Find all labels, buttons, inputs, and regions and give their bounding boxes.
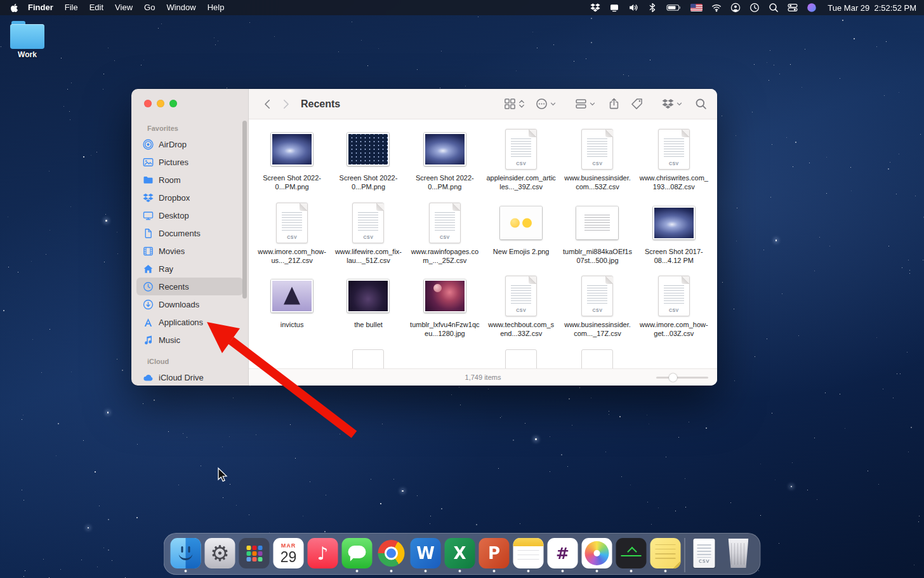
sidebar-item-label: Documents xyxy=(159,229,201,238)
dock-item-monitor[interactable] xyxy=(616,538,647,572)
tags-button[interactable] xyxy=(631,98,643,110)
more-options-button[interactable] xyxy=(536,98,556,110)
sidebar-item-movies[interactable]: Movies xyxy=(136,242,243,260)
file-item[interactable]: CSV www.techbout.com_send...33Z.csv xyxy=(483,275,559,339)
file-item-partial[interactable] xyxy=(483,349,559,368)
dock-item-photos[interactable] xyxy=(582,538,612,572)
file-thumbnail: CSV xyxy=(559,128,635,170)
back-button[interactable] xyxy=(259,98,277,111)
sidebar-item-dropbox[interactable]: Dropbox xyxy=(136,189,243,206)
close-button[interactable] xyxy=(144,100,152,107)
file-item[interactable]: Screen Shot 2022-0...PM.png xyxy=(330,128,406,192)
search-button[interactable] xyxy=(695,98,707,110)
dock-item-powerpoint[interactable]: P xyxy=(479,538,510,572)
dock-item-finder[interactable] xyxy=(171,538,201,572)
sidebar-item-room[interactable]: Room xyxy=(136,171,243,189)
file-thumbnail: CSV xyxy=(330,202,406,244)
menubar-input-source-icon[interactable] xyxy=(686,4,707,11)
sidebar-item-recents[interactable]: Recents xyxy=(136,278,243,295)
file-item[interactable]: CSV appleinsider.com_articles..._39Z.csv xyxy=(483,128,559,192)
dock-item-slack[interactable]: # xyxy=(548,538,578,572)
file-item[interactable]: CSV www.imore.com_how-us..._21Z.csv xyxy=(254,202,330,265)
sidebar-item-icloud-drive[interactable]: iCloud Drive xyxy=(136,368,243,386)
file-item[interactable]: CSV www.chriswrites.com_193...08Z.csv xyxy=(636,128,712,192)
file-item[interactable]: CSV www.businessinsider.com...53Z.csv xyxy=(559,128,635,192)
menu-view[interactable]: View xyxy=(109,0,138,15)
sidebar-scrollbar[interactable] xyxy=(242,121,247,299)
dock-item-excel[interactable]: X xyxy=(445,538,475,572)
dock-item-chrome[interactable] xyxy=(376,538,407,572)
sidebar-item-pictures[interactable]: Pictures xyxy=(136,153,243,171)
men​u-finder[interactable]: Finder xyxy=(22,0,59,15)
dock-item-settings[interactable]: ⚙ xyxy=(205,538,235,572)
menubar-dropbox-icon[interactable] xyxy=(586,3,605,13)
menubar-clock[interactable]: Tue Mar 29 2:52:52 PM xyxy=(828,3,916,13)
sidebar-item-desktop[interactable]: Desktop xyxy=(136,206,243,224)
dock-item-notes[interactable] xyxy=(513,538,544,572)
zoom-button[interactable] xyxy=(169,100,177,107)
menu-go[interactable]: Go xyxy=(138,0,161,15)
menubar-clock-icon[interactable] xyxy=(745,3,764,13)
file-item-partial[interactable] xyxy=(330,349,406,368)
running-indicator xyxy=(425,570,427,572)
dock-item-stickies[interactable] xyxy=(650,538,681,572)
dock-item-word[interactable]: W xyxy=(411,538,441,572)
menubar-battery-icon[interactable] xyxy=(662,3,686,13)
sidebar-item-downloads[interactable]: Downloads xyxy=(136,295,243,313)
minimize-button[interactable] xyxy=(157,100,164,107)
apple-menu-icon[interactable] xyxy=(10,3,18,13)
file-item[interactable]: the bullet xyxy=(330,275,406,339)
file-item[interactable]: CSV www.imore.com_how-get...03Z.csv xyxy=(636,275,712,339)
file-item[interactable]: CSV www.lifewire.com_fix-lau..._51Z.csv xyxy=(330,202,406,265)
sidebar-item-icon xyxy=(143,299,154,310)
file-item[interactable]: invictus xyxy=(254,275,330,339)
search-icon xyxy=(695,98,707,110)
dropbox-status-button[interactable] xyxy=(662,98,682,110)
menu-help[interactable]: Help xyxy=(202,0,230,15)
menubar-spotlight-icon[interactable] xyxy=(764,3,783,13)
dock-item-music[interactable]: ♪ xyxy=(308,538,338,572)
chevron-right-icon xyxy=(279,98,292,111)
slider-knob[interactable] xyxy=(669,373,677,382)
sidebar-item-applications[interactable]: Applications xyxy=(136,313,243,331)
sidebar-item-ray[interactable]: Ray xyxy=(136,260,243,278)
file-item[interactable]: CSV www.rawinfopages.com_..._25Z.csv xyxy=(407,202,483,265)
menubar-assistant-icon[interactable] xyxy=(802,3,821,13)
sidebar-item-music[interactable]: Music xyxy=(136,331,243,349)
dock-item-launchpad[interactable] xyxy=(239,538,270,572)
menu-window[interactable]: Window xyxy=(161,0,201,15)
menubar-user-icon[interactable] xyxy=(726,3,745,13)
dock-app-icon: ♪ xyxy=(308,538,338,568)
menubar-wifi-icon[interactable] xyxy=(707,3,726,13)
menu-edit[interactable]: Edit xyxy=(84,0,109,15)
forward-button[interactable] xyxy=(277,98,294,111)
sidebar-item-airdrop[interactable]: AirDrop xyxy=(136,135,243,153)
file-thumbnail: CSV xyxy=(483,275,559,317)
menu-file[interactable]: File xyxy=(59,0,84,15)
file-item-partial[interactable] xyxy=(559,349,635,368)
file-item[interactable]: Screen Shot 2022-0...PM.png xyxy=(254,128,330,192)
menubar-control-center-icon[interactable] xyxy=(783,3,802,13)
dock-item-calendar[interactable]: MAR 29 xyxy=(274,538,304,572)
menubar-display-icon[interactable] xyxy=(605,3,624,13)
file-item[interactable]: tumblr_lxfvu4nFzw1qceu...1280.jpg xyxy=(407,275,483,339)
share-button[interactable] xyxy=(608,98,620,110)
dock-divider[interactable] xyxy=(685,538,685,572)
dock-item-trash[interactable] xyxy=(723,538,754,572)
file-item[interactable]: CSV www.businessinsider.com..._17Z.csv xyxy=(559,275,635,339)
file-item[interactable]: Screen Shot 2022-0...PM.png xyxy=(407,128,483,192)
file-item[interactable]: tumblr_mi884kaOEf1s07st...500.jpg xyxy=(559,202,635,265)
sidebar-item-icon xyxy=(143,335,154,346)
file-item[interactable]: New Emojis 2.png xyxy=(483,202,559,265)
desktop-work-folder[interactable]: Work xyxy=(8,21,46,59)
file-item[interactable]: Screen Shot 2017-08...4.12 PM xyxy=(636,202,712,265)
dock-item-messages[interactable] xyxy=(342,538,373,572)
group-by-button[interactable] xyxy=(575,98,595,110)
view-options-button[interactable] xyxy=(504,98,525,110)
icon-size-slider[interactable] xyxy=(656,369,708,386)
dock-item-document[interactable]: CSV xyxy=(689,538,720,572)
menubar-bluetooth-icon[interactable] xyxy=(643,3,662,13)
sidebar-item-documents[interactable]: Documents xyxy=(136,224,243,242)
menubar-volume-icon[interactable] xyxy=(624,3,643,13)
file-thumbnail: CSV xyxy=(254,202,330,244)
